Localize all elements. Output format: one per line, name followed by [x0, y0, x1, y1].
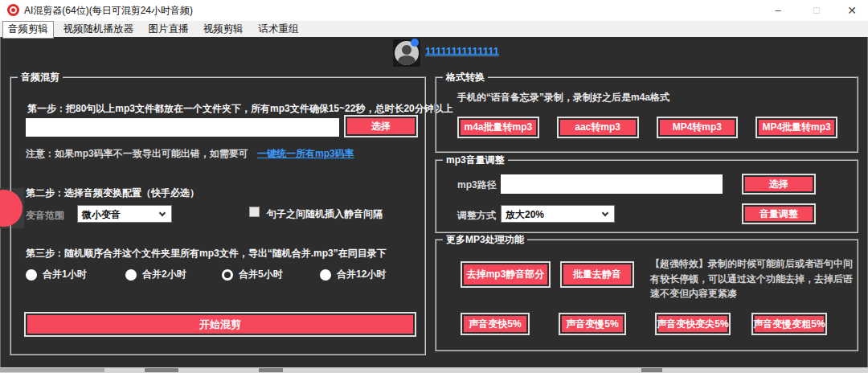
- voice-range-select[interactable]: 微小变音: [77, 205, 172, 223]
- step1-text: 第一步：把80句以上mp3文件都放在一个文件夹下，所有mp3文件确保15~22秒…: [27, 102, 453, 116]
- maximize-button[interactable]: □: [800, 0, 833, 21]
- adjust-mode-select[interactable]: 放大20%: [501, 205, 615, 223]
- radio-icon: [125, 269, 137, 281]
- mp4-to-mp3-button[interactable]: MP4转mp3: [657, 117, 739, 138]
- volume-adjust-group: mp3音量调整 mp3路径 选择 调整方式 放大20% 音量调整: [435, 159, 858, 233]
- volume-adjust-button[interactable]: 音量调整: [742, 203, 816, 224]
- m4a-batch-to-mp3-button[interactable]: m4a批量转mp3: [457, 117, 539, 138]
- main-content: 11111111111111 音频混剪 第一步：把80句以上mp3文件都放在一个…: [0, 37, 868, 367]
- radio-icon: [26, 269, 37, 281]
- app-logo-icon: [7, 4, 19, 16]
- tab-strip: 音频剪辑 视频随机播放器 图片直播 视频剪辑 话术重组: [0, 21, 868, 37]
- window-title: AI混剪器(64位)(每日可混剪24小时音频): [24, 0, 193, 21]
- more-mp3-group: 更多MP3处理功能 去掉mp3静音部分 批量去静音 【超强特效】录制的时候可能前…: [435, 239, 858, 351]
- format-convert-group-title: 格式转换: [443, 71, 488, 84]
- audio-mix-group-title: 音频混剪: [18, 71, 63, 84]
- audio-mix-group: 音频混剪 第一步：把80句以上mp3文件都放在一个文件夹下，所有mp3文件确保1…: [10, 76, 426, 355]
- format-convert-group: 格式转换 手机的“语音备忘录”录制，录制好之后是m4a格式 m4a批量转mp3 …: [435, 76, 858, 153]
- silence-gap-checkbox-label: 句子之间随机插入静音间隔: [267, 207, 383, 221]
- tab-video-random-player[interactable]: 视频随机播放器: [57, 21, 139, 39]
- radio-selected-icon: [222, 269, 233, 281]
- silence-gap-checkbox[interactable]: [249, 207, 260, 217]
- background-window-fragment: [259, 368, 283, 372]
- radio-icon: [320, 269, 331, 281]
- unify-bitrate-link[interactable]: 一键统一所有mp3码率: [257, 148, 354, 159]
- minimize-button[interactable]: –: [762, 0, 794, 21]
- speed-up-5-button[interactable]: 声音变快5%: [461, 313, 530, 335]
- mp3-path-input[interactable]: [501, 174, 723, 194]
- select-mp3-button[interactable]: 选择: [742, 174, 816, 195]
- merge-option-1hour[interactable]: 合并1小时: [26, 268, 87, 281]
- mp3-path-label: mp3路径: [457, 178, 497, 192]
- merge-option-12hour[interactable]: 合并12小时: [320, 268, 386, 281]
- adjust-mode-label: 调整方式: [457, 209, 496, 223]
- tab-script-recombine[interactable]: 话术重组: [252, 21, 304, 39]
- tab-audio-edit[interactable]: 音频剪辑: [2, 21, 54, 39]
- format-convert-buttons: m4a批量转mp3 aac转mp3 MP4转mp3 MP4批量转mp3: [457, 117, 837, 138]
- volume-adjust-group-title: mp3音量调整: [443, 154, 508, 167]
- merge-option-2hour[interactable]: 合并2小时: [125, 268, 186, 281]
- chevron-down-icon: [602, 210, 608, 216]
- background-window-fragment: [0, 368, 104, 372]
- app-window: AI混剪器(64位)(每日可混剪24小时音频) – □ ✕ 音频剪辑 视频随机播…: [0, 0, 868, 373]
- adjust-mode-value: 放大20%: [506, 208, 544, 222]
- chevron-down-icon: [159, 210, 166, 216]
- super-effect-hint: 【超强特效】录制的时候可能前后或者语句中间有较长停顿，可以通过这个功能去掉，去掉…: [650, 256, 854, 301]
- step3-text: 第三步：随机顺序合并这个文件夹里所有mp3文件，导出“随机合并.mp3”在同目录…: [26, 247, 387, 260]
- close-button[interactable]: ✕: [836, 0, 868, 21]
- avatar-badge-icon: [411, 39, 419, 47]
- mp4-batch-to-mp3-button[interactable]: MP4批量转mp3: [755, 117, 837, 138]
- background-window-fragment: [641, 368, 662, 372]
- batch-remove-silence-button[interactable]: 批量去静音: [560, 261, 634, 288]
- account-link[interactable]: 11111111111111: [425, 45, 499, 57]
- start-mix-button[interactable]: 开始混剪: [24, 312, 416, 337]
- voice-range-value: 微小变音: [82, 208, 121, 222]
- voice-range-label: 变音范围: [26, 209, 64, 223]
- slower-deeper-pitch-5-button[interactable]: 声音变慢变粗5%: [751, 313, 827, 335]
- slow-down-5-button[interactable]: 声音变慢5%: [559, 313, 626, 335]
- select-folder-button[interactable]: 选择: [344, 115, 418, 137]
- background-window-fragment: [145, 368, 178, 372]
- background-window-edge: [0, 367, 868, 373]
- format-convert-hint: 手机的“语音备忘录”录制，录制好之后是m4a格式: [457, 91, 669, 105]
- title-bar: AI混剪器(64位)(每日可混剪24小时音频) – □ ✕: [0, 0, 868, 21]
- note-row: 注意：如果mp3码率不一致导出可能出错，如需要可 一键统一所有mp3码率: [26, 147, 354, 161]
- step2-text: 第二步：选择音频变换配置（快手必选）: [26, 186, 199, 200]
- note-text: 注意：如果mp3码率不一致导出可能出错，如需要可: [26, 148, 248, 159]
- faster-higher-pitch-5-button[interactable]: 声音变快变尖5%: [655, 313, 731, 335]
- tab-image-live[interactable]: 图片直播: [142, 21, 194, 39]
- merge-option-5hour[interactable]: 合并5小时: [222, 268, 283, 281]
- folder-path-input[interactable]: [26, 118, 339, 137]
- remove-silence-button[interactable]: 去掉mp3静音部分: [461, 261, 551, 288]
- aac-to-mp3-button[interactable]: aac转mp3: [557, 117, 639, 138]
- tab-video-edit[interactable]: 视频剪辑: [198, 21, 249, 39]
- more-mp3-group-title: 更多MP3处理功能: [443, 233, 527, 247]
